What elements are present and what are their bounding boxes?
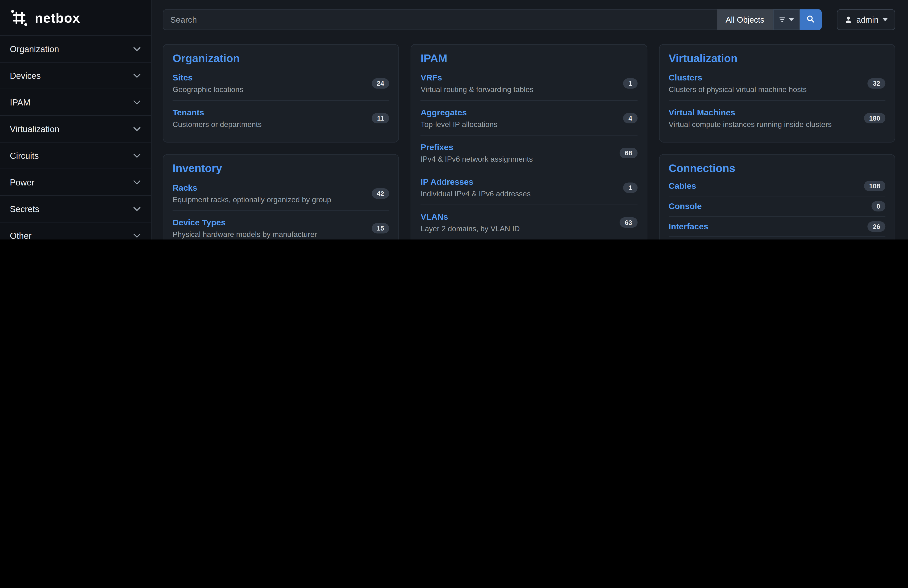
item-text: TenantsCustomers or departments	[173, 107, 262, 129]
card-item-vlans: VLANsLayer 2 domains, by VLAN ID63	[420, 205, 637, 239]
item-link-vrfs[interactable]: VRFs	[420, 73, 442, 82]
card-item-ip-addresses: IP AddressesIndividual IPv4 & IPv6 addre…	[420, 170, 637, 205]
item-link-vlans[interactable]: VLANs	[420, 212, 448, 221]
chevron-down-icon	[132, 71, 141, 80]
item-description: Physical hardware models by manufacturer	[173, 230, 317, 239]
count-badge: 63	[620, 217, 638, 227]
sidebar-item-power[interactable]: Power	[0, 169, 151, 195]
topbar: All Objects	[163, 9, 895, 30]
main-content: All Objects	[151, 0, 908, 240]
chevron-down-icon	[132, 231, 141, 240]
item-description: Customers or departments	[173, 120, 262, 129]
chevron-down-icon	[132, 45, 141, 53]
dashboard-column: IPAMVRFsVirtual routing & forwarding tab…	[411, 44, 647, 240]
search-group: All Objects	[163, 9, 822, 30]
count-badge: 0	[871, 201, 885, 211]
item-link-console[interactable]: Console	[669, 201, 702, 211]
sidebar-item-label: Other	[10, 230, 32, 240]
card-inventory: InventoryRacksEquipment racks, optionall…	[163, 154, 399, 240]
item-text: Console	[669, 201, 702, 211]
chevron-down-icon	[132, 98, 141, 107]
item-link-clusters[interactable]: Clusters	[669, 73, 702, 82]
item-link-interfaces[interactable]: Interfaces	[669, 222, 708, 231]
search-filter-dropdown-button[interactable]	[773, 9, 800, 30]
netbox-logo[interactable]: netbox	[0, 0, 151, 35]
item-link-racks[interactable]: Racks	[173, 183, 197, 192]
item-link-aggregates[interactable]: Aggregates	[420, 108, 467, 117]
count-badge: 108	[864, 181, 885, 191]
count-badge: 4	[623, 113, 638, 123]
count-badge: 11	[372, 113, 390, 123]
item-description: Virtual routing & forwarding tables	[420, 85, 533, 94]
item-text: VRFsVirtual routing & forwarding tables	[420, 72, 533, 94]
card-item-aggregates: AggregatesTop-level IP allocations4	[420, 100, 637, 135]
search-input[interactable]	[163, 9, 717, 30]
count-badge: 15	[372, 223, 390, 233]
card-title: IPAM	[420, 52, 637, 65]
item-text: Device TypesPhysical hardware models by …	[173, 217, 317, 239]
search-scope-button[interactable]: All Objects	[717, 9, 773, 30]
sidebar-item-circuits[interactable]: Circuits	[0, 142, 151, 169]
netbox-dashboard-page: netbox OrganizationDevicesIPAMVirtualiza…	[0, 0, 908, 240]
user-label: admin	[856, 15, 879, 24]
item-description: IPv4 & IPv6 network assignments	[420, 155, 533, 164]
card-item-device-types: Device TypesPhysical hardware models by …	[173, 210, 390, 240]
sidebar-item-label: Virtualization	[10, 124, 60, 134]
item-description: Geographic locations	[173, 85, 243, 94]
search-icon	[807, 14, 815, 25]
chevron-down-icon	[132, 151, 141, 160]
item-text: PrefixesIPv4 & IPv6 network assignments	[420, 142, 533, 164]
user-menu-button[interactable]: admin	[837, 9, 895, 30]
sidebar-item-secrets[interactable]: Secrets	[0, 195, 151, 222]
item-text: AggregatesTop-level IP allocations	[420, 107, 497, 129]
card-item-console: Console0	[669, 196, 885, 216]
card-item-prefixes: PrefixesIPv4 & IPv6 network assignments6…	[420, 135, 637, 170]
sidebar-item-other[interactable]: Other	[0, 222, 151, 240]
card-title: Connections	[669, 162, 885, 175]
chevron-down-icon	[789, 18, 794, 21]
item-text: RacksEquipment racks, optionally organiz…	[173, 182, 332, 204]
sidebar-item-organization[interactable]: Organization	[0, 35, 151, 62]
item-link-device-types[interactable]: Device Types	[173, 218, 226, 227]
card-item-power-connections: Power Connections26	[669, 237, 885, 240]
dashboard-cards: OrganizationSitesGeographic locations24T…	[163, 44, 895, 240]
dashboard-column: OrganizationSitesGeographic locations24T…	[163, 44, 399, 240]
item-description: Top-level IP allocations	[420, 120, 497, 129]
item-text: Virtual MachinesVirtual compute instance…	[669, 107, 832, 129]
filter-icon	[779, 16, 787, 24]
item-description: Virtual compute instances running inside…	[669, 120, 832, 129]
card-organization: OrganizationSitesGeographic locations24T…	[163, 44, 399, 143]
item-description: Individual IPv4 & IPv6 addresses	[420, 190, 531, 198]
card-item-cables: Cables108	[669, 176, 885, 196]
sidebar-item-virtualization[interactable]: Virtualization	[0, 115, 151, 142]
sidebar-item-label: Power	[10, 177, 34, 187]
card-title: Inventory	[173, 162, 390, 175]
card-item-sites: SitesGeographic locations24	[173, 66, 390, 100]
item-link-sites[interactable]: Sites	[173, 73, 193, 82]
netbox-logo-icon	[9, 8, 29, 27]
sidebar-item-devices[interactable]: Devices	[0, 62, 151, 89]
count-badge: 1	[623, 78, 638, 88]
item-link-ip-addresses[interactable]: IP Addresses	[420, 177, 473, 187]
card-virtualization: VirtualizationClustersClusters of physic…	[659, 44, 895, 143]
card-item-racks: RacksEquipment racks, optionally organiz…	[173, 176, 390, 210]
item-description: Equipment racks, optionally organized by…	[173, 195, 332, 204]
user-icon	[844, 16, 852, 24]
card-item-interfaces: Interfaces26	[669, 216, 885, 237]
card-title: Virtualization	[669, 52, 885, 65]
item-link-tenants[interactable]: Tenants	[173, 108, 204, 117]
item-link-cables[interactable]: Cables	[669, 182, 696, 191]
search-submit-button[interactable]	[800, 9, 822, 30]
count-badge: 1	[623, 182, 638, 193]
card-ipam: IPAMVRFsVirtual routing & forwarding tab…	[411, 44, 647, 240]
card-title: Organization	[173, 52, 390, 65]
sidebar: netbox OrganizationDevicesIPAMVirtualiza…	[0, 0, 151, 240]
sidebar-item-ipam[interactable]: IPAM	[0, 89, 151, 115]
count-badge: 24	[372, 78, 390, 88]
item-link-prefixes[interactable]: Prefixes	[420, 143, 453, 152]
count-badge: 42	[372, 188, 390, 198]
card-item-vrfs: VRFsVirtual routing & forwarding tables1	[420, 66, 637, 100]
card-item-clusters: ClustersClusters of physical virtual mac…	[669, 66, 885, 100]
item-link-virtual-machines[interactable]: Virtual Machines	[669, 108, 735, 117]
chevron-down-icon	[132, 178, 141, 187]
